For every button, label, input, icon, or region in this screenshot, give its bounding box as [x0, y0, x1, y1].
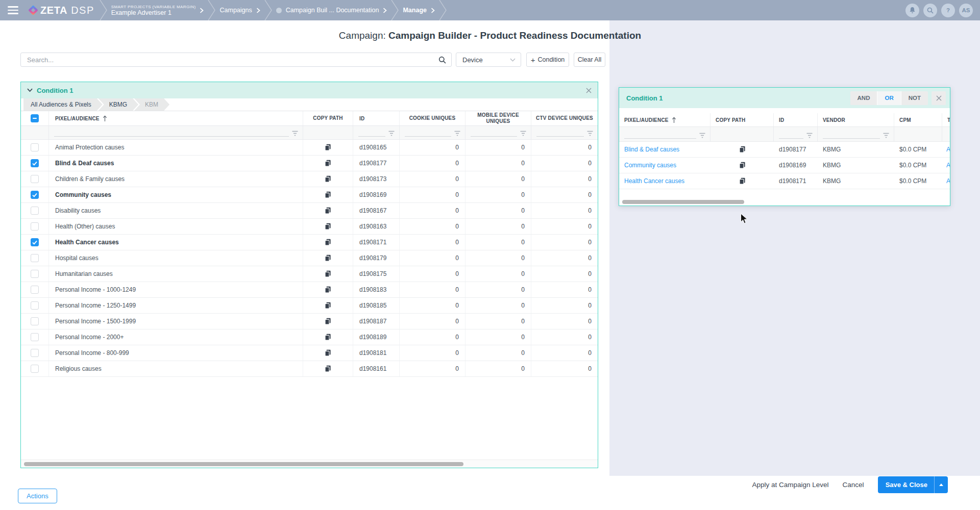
menu-icon[interactable] — [8, 6, 18, 14]
operator-not-button[interactable]: NOT — [901, 91, 928, 105]
collapse-chevron-icon[interactable] — [27, 88, 33, 92]
column-mobile-device-uniques[interactable]: MOBILE DEVICE UNIQUES — [465, 111, 531, 125]
table-row[interactable]: Personal Income - 2000+d1908189000 — [21, 329, 598, 345]
copy-path-button[interactable] — [325, 207, 331, 214]
column-pixel-audience[interactable]: PIXEL/AUDIENCE — [49, 111, 303, 125]
tab-all-audiences-pixels[interactable]: All Audiences & Pixels — [23, 98, 103, 111]
column-id[interactable]: ID — [774, 113, 818, 126]
copy-path-button[interactable] — [325, 160, 331, 167]
column-cookie-uniques[interactable]: COOKIE UNIQUES — [400, 111, 465, 125]
save-close-button[interactable]: Save & Close — [878, 476, 948, 493]
clear-all-button[interactable]: Clear All — [574, 53, 605, 67]
table-row[interactable]: Disability causesd1908167000 — [21, 203, 598, 219]
copy-path-button[interactable] — [325, 270, 331, 277]
filter-pixel-audience[interactable] — [49, 126, 303, 139]
row-checkbox[interactable] — [31, 207, 39, 215]
filter-icon[interactable] — [806, 133, 813, 138]
breadcrumb-item-campaign-buil-documentation[interactable]: Campaign Buil ... Documentation — [272, 7, 391, 14]
row-checkbox[interactable] — [31, 191, 39, 199]
table-row[interactable]: Humanitarian causesd1908175000 — [21, 266, 598, 282]
row-checkbox[interactable] — [31, 175, 39, 183]
column-pixel-audience[interactable]: PIXEL/AUDIENCE — [619, 113, 710, 126]
row-checkbox[interactable] — [31, 365, 39, 373]
table-row[interactable]: Blind & Deaf causesd1908177KBMG$0.0 CPMA… — [619, 142, 950, 158]
copy-path-button[interactable] — [325, 334, 331, 341]
filter-id[interactable] — [774, 127, 818, 141]
table-row[interactable]: Personal Income - 1250-1499d1908185000 — [21, 298, 598, 314]
table-row[interactable]: Personal Income - 1000-1249d1908183000 — [21, 282, 598, 298]
table-row[interactable]: Religious causesd1908161000 — [21, 361, 598, 377]
copy-path-button[interactable] — [325, 191, 331, 198]
column-cpm[interactable]: CPM — [894, 113, 942, 126]
horizontal-scrollbar[interactable] — [21, 460, 598, 468]
copy-path-button[interactable] — [325, 239, 331, 246]
close-icon[interactable] — [932, 91, 946, 105]
table-row[interactable]: Children & Family causesd1908173000 — [21, 171, 598, 187]
actions-button[interactable]: Actions — [18, 489, 57, 503]
row-checkbox[interactable] — [31, 254, 39, 262]
copy-path-button[interactable] — [325, 144, 331, 151]
filter-icon[interactable] — [699, 133, 706, 138]
copy-path-button[interactable] — [325, 175, 331, 183]
filter-icon[interactable] — [520, 131, 527, 136]
filter-icon[interactable] — [454, 131, 461, 136]
row-checkbox[interactable] — [31, 222, 39, 231]
pixel-audience-link[interactable]: Health Cancer causes — [619, 173, 710, 189]
filter-icon[interactable] — [388, 131, 395, 136]
row-checkbox[interactable] — [31, 286, 39, 294]
operator-or-button[interactable]: OR — [877, 91, 901, 105]
breadcrumb-item-campaigns[interactable]: Campaigns — [215, 7, 264, 14]
scrollbar-thumb[interactable] — [24, 462, 463, 466]
table-row[interactable]: Health Cancer causesd1908171KBMG$0.0 CPM… — [619, 173, 950, 189]
copy-path-button[interactable] — [739, 177, 746, 185]
operator-and-button[interactable]: AND — [850, 91, 878, 105]
copy-path-button[interactable] — [325, 349, 331, 356]
filter-icon[interactable] — [291, 131, 299, 136]
help-button[interactable]: ? — [941, 4, 955, 17]
pixel-audience-link[interactable]: Blind & Deaf causes — [619, 142, 710, 157]
horizontal-scrollbar[interactable] — [619, 198, 950, 206]
table-row[interactable]: Personal Income - 1500-1999d1908187000 — [21, 314, 598, 329]
avatar[interactable]: AS — [959, 4, 973, 17]
copy-path-button[interactable] — [325, 286, 331, 293]
sort-asc-icon[interactable] — [103, 115, 107, 122]
copy-path-button[interactable] — [325, 365, 331, 372]
table-row[interactable]: Community causesd1908169KBMG$0.0 CPMAn — [619, 158, 950, 173]
global-search-button[interactable] — [923, 4, 937, 17]
table-row[interactable]: Hospital causesd1908179000 — [21, 250, 598, 266]
row-checkbox[interactable] — [31, 301, 39, 310]
cancel-link[interactable]: Cancel — [843, 481, 864, 489]
filter-icon[interactable] — [586, 131, 594, 136]
breadcrumb-item-manage[interactable]: Manage — [399, 7, 439, 14]
save-dropdown-caret[interactable] — [934, 476, 948, 493]
apply-campaign-level-link[interactable]: Apply at Campaign Level — [752, 481, 829, 489]
row-checkbox[interactable] — [31, 317, 39, 325]
filter-pixel-audience[interactable] — [619, 127, 710, 141]
column-time[interactable]: TIM — [942, 113, 950, 126]
pixel-audience-link[interactable]: Community causes — [619, 158, 710, 173]
column-vendor[interactable]: VENDOR — [818, 113, 894, 126]
scrollbar-thumb[interactable] — [622, 200, 744, 204]
table-row[interactable]: Animal Protection causesd1908165000 — [21, 140, 598, 156]
table-row[interactable]: Community causesd1908169000 — [21, 187, 598, 203]
copy-path-button[interactable] — [325, 223, 331, 230]
filter-vendor[interactable] — [818, 127, 894, 141]
filter-cookie-uniques[interactable] — [400, 126, 465, 139]
filter-id[interactable] — [353, 126, 400, 139]
row-checkbox[interactable] — [31, 238, 39, 246]
tab-kbmg[interactable]: KBMG — [99, 98, 138, 111]
table-row[interactable]: Personal Income - 800-999d1908181000 — [21, 345, 598, 361]
filter-ctv-device-uniques[interactable] — [531, 126, 598, 139]
copy-path-button[interactable] — [325, 318, 331, 325]
select-all-checkbox[interactable] — [31, 114, 39, 122]
row-checkbox[interactable] — [31, 270, 39, 278]
tab-kbm[interactable]: KBM — [134, 98, 169, 111]
row-checkbox[interactable] — [31, 143, 39, 151]
copy-path-button[interactable] — [325, 302, 331, 309]
search-icon[interactable] — [438, 56, 446, 64]
copy-path-button[interactable] — [325, 254, 331, 262]
filter-icon[interactable] — [883, 133, 890, 138]
row-checkbox[interactable] — [31, 159, 39, 167]
notifications-button[interactable] — [905, 4, 919, 17]
column-id[interactable]: ID — [353, 111, 400, 125]
